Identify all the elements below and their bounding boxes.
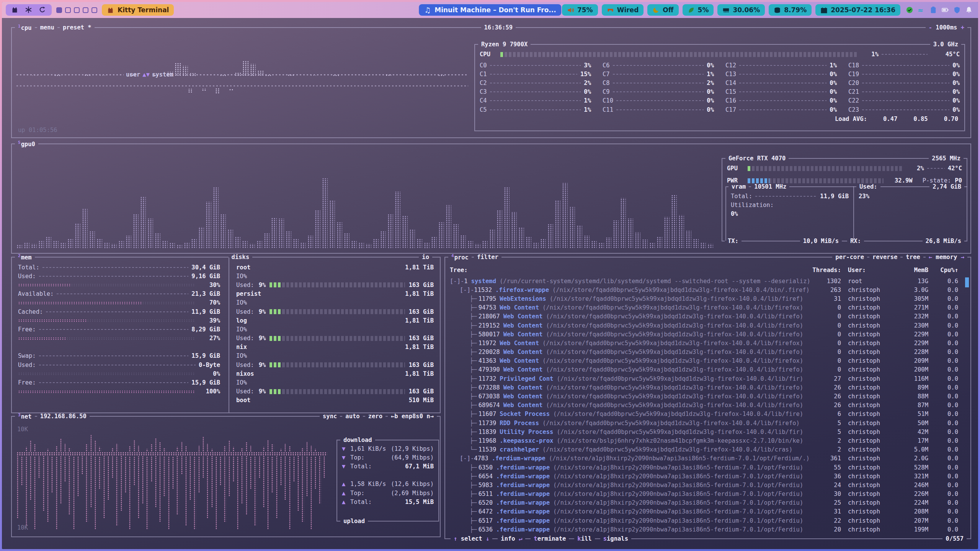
workspace-button-3[interactable] <box>74 7 80 13</box>
dotted-leader <box>613 65 704 66</box>
process-row[interactable]: [-]-4783.ferdium-wrappe(/nix/store/a1pj8… <box>450 454 967 463</box>
clipboard-tray-icon[interactable] <box>929 6 937 14</box>
module-network[interactable]: Wired <box>602 4 644 16</box>
notifications-tray-icon[interactable] <box>965 6 973 14</box>
process-row[interactable]: [-]-1systemd(/run/current-system/systemd… <box>450 277 967 285</box>
dotted-leader <box>490 74 577 75</box>
process-row[interactable]: ├─673038Web Content(/nix/store/fqadd0bpr… <box>450 392 967 401</box>
graph-column <box>358 242 364 248</box>
graph-column <box>227 230 233 248</box>
terminate-button[interactable]: terminate <box>531 535 569 542</box>
disks-section-title[interactable]: disks <box>229 254 253 261</box>
net-auto-button[interactable]: auto <box>342 413 363 420</box>
process-row[interactable]: ├─580017Web Content(/nix/store/fqadd0bpr… <box>450 330 967 339</box>
process-row[interactable]: ├─11607Socket Process(/nix/store/fqadd0b… <box>450 410 967 419</box>
gpu-power-meter <box>748 178 884 183</box>
menu-button[interactable]: menu <box>37 24 57 31</box>
process-row[interactable]: ├─219152Web Content(/nix/store/fqadd0bpr… <box>450 321 967 330</box>
dotted-leader <box>42 267 188 268</box>
updates-ok-tray-icon[interactable] <box>906 6 913 14</box>
signal-tray-icon[interactable]: ≈ <box>918 6 925 14</box>
process-row[interactable]: ├─6517.ferdium-wrappe(/nix/store/a1pj8hx… <box>450 516 967 525</box>
process-row[interactable]: ├─6654.ferdium-wrappe(/nix/store/a1pj8hx… <box>450 472 967 481</box>
mem-panel-title[interactable]: 2mem <box>15 253 35 261</box>
process-row[interactable]: ├─94753Web Content(/nix/store/fqadd0bprw… <box>450 303 967 312</box>
module-cpu-load[interactable]: 5% <box>683 4 714 16</box>
net-interface-selector[interactable]: ←b enp8s0 n→ <box>388 413 437 420</box>
sort-threads-header[interactable]: Threads: <box>810 267 841 274</box>
process-row[interactable]: ├─6350.ferdium-wrappe(/nix/store/a1pj8hx… <box>450 463 967 472</box>
sort-user-header[interactable]: User: <box>841 267 895 274</box>
workspace-button-2[interactable] <box>65 7 71 13</box>
process-row[interactable]: ├─11732Privileged Cont(/nix/store/fqadd0… <box>450 374 967 383</box>
process-row[interactable]: ├─6472.ferdium-wrappe(/nix/store/a1pj8hx… <box>450 507 967 516</box>
gpu-panel-title[interactable]: 5gpu0 <box>15 140 38 148</box>
vpn-tray-icon[interactable] <box>953 6 961 14</box>
battery-tray-icon[interactable] <box>941 6 949 14</box>
net-zero-button[interactable]: zero <box>365 413 385 420</box>
process-row[interactable]: └─11539crashhelper(/nix/store/fqadd0bprw… <box>450 445 967 454</box>
process-row[interactable]: ├─689674Web Content(/nix/store/fqadd0bpr… <box>450 401 967 410</box>
kitty-logo-button[interactable] <box>11 6 19 14</box>
process-row[interactable]: ├─11972Web Content(/nix/store/fqadd0bprw… <box>450 339 967 347</box>
mem-meter-row: 27% <box>18 334 220 343</box>
update-interval-control[interactable]: - 1000ms + <box>926 24 967 31</box>
process-row[interactable]: ├─6536.ferdium-wrappe(/nix/store/a1pj8hx… <box>450 525 967 534</box>
workspace-button-1[interactable] <box>56 7 62 13</box>
net-sync-button[interactable]: sync <box>320 413 340 420</box>
proc-scrollbar-thumb[interactable] <box>965 277 969 287</box>
reload-button[interactable] <box>39 6 46 14</box>
sort-mem-header[interactable]: MemB <box>895 267 928 274</box>
active-window-pill[interactable]: Kitty Terminal <box>102 4 174 16</box>
process-row[interactable]: ├─673288Web Content(/nix/store/fqadd0bpr… <box>450 383 967 392</box>
process-row[interactable]: ├─6511.ferdium-wrappe(/nix/store/a1pj8hx… <box>450 490 967 499</box>
dotted-leader <box>490 109 581 110</box>
border-line <box>531 44 930 45</box>
dotted-leader <box>882 54 928 55</box>
process-row[interactable]: ├─5983.ferdium-wrappe(/nix/store/a1pj8hx… <box>450 481 967 489</box>
cpu-panel-title[interactable]: 1cpu <box>15 24 35 31</box>
process-name-cell: ├─219152Web Content(/nix/store/fqadd0bpr… <box>450 322 810 329</box>
process-row[interactable]: ├─41363Web Content(/nix/store/fqadd0bprw… <box>450 357 967 365</box>
tree-toggle[interactable]: tree <box>903 254 923 261</box>
filter-button[interactable]: filter <box>474 254 501 261</box>
dotted-leader <box>739 91 826 92</box>
process-row[interactable]: ├─218067Web Content(/nix/store/fqadd0bpr… <box>450 312 967 321</box>
module-disk[interactable]: 8.79% <box>769 4 812 16</box>
proc-panel-title[interactable]: 4proc <box>448 253 472 261</box>
graph-column <box>264 233 270 248</box>
select-keys[interactable]: ↑ select ↓ <box>451 535 492 542</box>
media-player-pill[interactable]: ♫Minuit Machine – Don't Run Fro... <box>419 4 561 16</box>
net-panel-title[interactable]: 3net <box>15 412 35 420</box>
kill-button[interactable]: kill <box>574 535 595 542</box>
process-row[interactable]: ├─11839Utility Process(/nix/store/fqadd0… <box>450 427 967 436</box>
module-clock[interactable]: 2025-07-22 16:36 <box>815 4 900 16</box>
module-volume[interactable]: 75% <box>562 4 598 16</box>
process-row[interactable]: ├─220028Web Content(/nix/store/fqadd0bpr… <box>450 348 967 357</box>
sort-cpu-header[interactable]: Cpu%↑ <box>928 267 958 274</box>
module-idle[interactable]: Off <box>647 4 678 16</box>
preset-button[interactable]: preset * <box>60 24 95 31</box>
disks-io-toggle[interactable]: io <box>419 254 432 261</box>
graph-column <box>172 456 175 489</box>
info-button[interactable]: info ↵ <box>498 535 525 542</box>
reverse-toggle[interactable]: reverse <box>869 254 900 261</box>
workspace-button-5[interactable] <box>91 7 97 13</box>
process-row[interactable]: ├─11739RDD Process(/nix/store/fqadd0bprw… <box>450 419 967 427</box>
cpu-model-label: Ryzen 9 7900X <box>478 41 531 48</box>
workspace-button-4[interactable] <box>83 7 88 13</box>
process-row[interactable]: ├─11795WebExtensions(/nix/store/fqadd0bp… <box>450 294 967 303</box>
process-row[interactable]: ├─11968.keepassxc-prox(/nix/store/bslpj6… <box>450 436 967 445</box>
process-row[interactable]: ├─6520.ferdium-wrappe(/nix/store/a1pj8hx… <box>450 499 967 507</box>
nixos-button[interactable] <box>25 6 33 14</box>
ram-icon <box>722 7 730 14</box>
cpu-core-row: C71% <box>603 70 714 78</box>
graph-column <box>38 240 44 248</box>
module-memory[interactable]: 30.06% <box>717 4 765 16</box>
per-core-toggle[interactable]: per-core <box>832 254 867 261</box>
signals-button[interactable]: signals <box>600 535 631 542</box>
memory-column-nav[interactable]: ← memory → <box>926 254 967 261</box>
process-row[interactable]: ├─479390Web Content(/nix/store/fqadd0bpr… <box>450 365 967 374</box>
process-row[interactable]: [-]-11532.firefox-wrappe(/nix/store/fqad… <box>450 285 967 294</box>
sort-tree-header[interactable]: Tree: <box>450 267 810 274</box>
